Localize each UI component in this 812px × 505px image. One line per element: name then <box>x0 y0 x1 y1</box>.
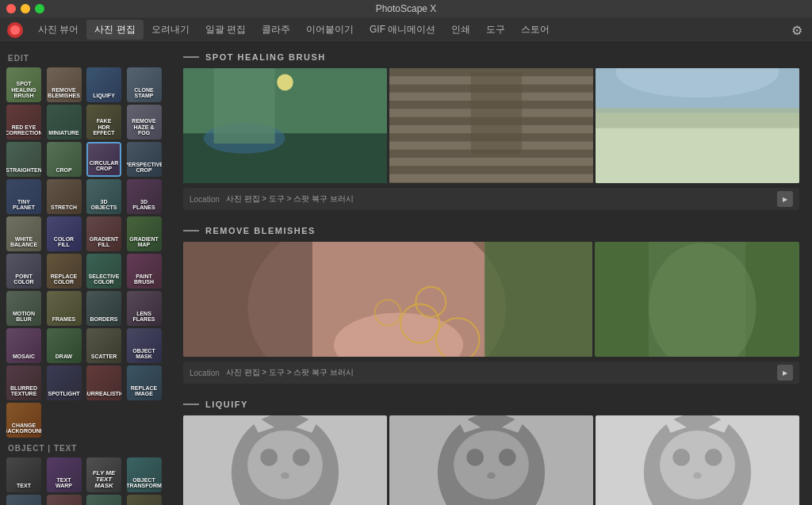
settings-icon[interactable]: ⚙ <box>791 23 806 37</box>
tool-surrealistic[interactable]: SURREALISTIC <box>86 365 121 400</box>
remove-play-button[interactable]: ▶ <box>777 365 793 381</box>
tool-frames[interactable]: FRAMES <box>47 291 82 326</box>
tool-spot[interactable]: SPOTHEALINGBRUSH <box>6 67 41 102</box>
svg-point-54 <box>705 449 722 466</box>
svg-point-55 <box>693 472 702 479</box>
tool-redeye[interactable]: RED EYECORRECTION <box>6 105 41 140</box>
tool-mosaic[interactable]: MOSAIC <box>6 328 41 363</box>
remove-preview-2 <box>595 242 799 357</box>
section-liquify-header: LIQUIFY <box>183 400 799 409</box>
section-remove-blemishes: REMOVE BLEMISHES <box>183 226 799 384</box>
tool-perspective[interactable]: PERSPECTIVECROP <box>127 142 162 177</box>
section-dash-2 <box>183 230 199 231</box>
tool-blurred-texture[interactable]: BLURREDTEXTURE <box>6 365 41 400</box>
tool-clone-stamp[interactable]: CLONESTAMP <box>127 67 162 102</box>
tool-gradient-map[interactable]: GRADIENTMAP <box>127 216 162 251</box>
tool-draw[interactable]: DRAW <box>47 328 82 363</box>
remove-preview-row <box>183 242 799 357</box>
spot-play-button[interactable]: ▶ <box>777 191 793 207</box>
section-spot-header: SPOT HEALING BRUSH <box>183 52 799 62</box>
tool-straighten[interactable]: STRAIGHTEN <box>6 142 41 177</box>
tool-text-warp[interactable]: TEXTWARP <box>47 457 82 492</box>
tool-3dplanes[interactable]: 3DPLANES <box>127 179 162 214</box>
svg-rect-26 <box>485 242 592 357</box>
tool-change-background[interactable]: CHANGEBACKGROUND <box>6 403 41 438</box>
window-title: PhotoScape X <box>376 3 437 14</box>
section-liquify: LIQUIFY <box>183 400 799 505</box>
liquify-preview-3 <box>596 415 799 505</box>
tool-color-fill[interactable]: COLORFILL <box>47 216 82 251</box>
tool-insert-figures[interactable]: INSERTFIGURES <box>86 495 121 505</box>
tool-scatter[interactable]: SCATTER <box>86 328 121 363</box>
menu-viewer[interactable]: 사진 뷰어 <box>30 20 86 40</box>
maximize-button[interactable] <box>35 4 44 13</box>
spot-preview-2 <box>389 68 593 183</box>
spot-location-label: Location <box>190 195 220 204</box>
menu-tools[interactable]: 도구 <box>478 20 513 40</box>
remove-location-bar: Location 사진 편집 > 도구 > 스팟 복구 브러시 ▶ <box>183 362 799 384</box>
svg-rect-16 <box>389 182 593 183</box>
close-button[interactable] <box>6 4 16 13</box>
tool-gradient-fill[interactable]: GRADIENTFILL <box>86 216 121 251</box>
tool-long-shadow[interactable]: LONGSHADOW <box>127 495 162 505</box>
tool-circular-crop[interactable]: CIRCULARCROP <box>86 142 121 177</box>
liquify-preview-2 <box>389 415 593 505</box>
tool-text[interactable]: TEXT <box>6 457 41 492</box>
tool-point-color[interactable]: POINTCOLOR <box>6 254 41 289</box>
minimize-button[interactable] <box>21 4 30 13</box>
tool-hdr[interactable]: FAKEHDR EFFECT <box>86 105 121 140</box>
tool-paint-brush[interactable]: PAINTBRUSH <box>127 254 162 289</box>
tool-replace-image[interactable]: REPLACEIMAGE <box>127 365 162 400</box>
menu-print[interactable]: 인쇄 <box>443 20 478 40</box>
tool-magnifier[interactable]: MAGNIFIER <box>6 495 41 505</box>
menu-batch[interactable]: 일괄 편집 <box>197 20 254 40</box>
liquify-preview-1 <box>183 415 387 505</box>
svg-point-37 <box>260 449 278 466</box>
tool-object-transform[interactable]: OBJECTTRANSFORM <box>127 457 162 492</box>
tool-3dobjects[interactable]: 3DOBJECTS <box>86 179 121 214</box>
tool-haze[interactable]: REMOVEHAZE & FOG <box>127 105 162 140</box>
tool-text-mask[interactable]: FLY METEXT MASK <box>86 457 121 492</box>
tool-object-mask[interactable]: OBJECTMASK <box>127 328 162 363</box>
svg-point-45 <box>466 449 484 466</box>
svg-rect-17 <box>471 72 522 154</box>
remove-location-path: 사진 편집 > 도구 > 스팟 복구 브러시 <box>226 367 777 378</box>
menu-store[interactable]: 스토어 <box>513 20 557 40</box>
tool-motion-blur[interactable]: MOTIONBLUR <box>6 291 41 326</box>
main-layout: EDIT SPOTHEALINGBRUSH REMOVEBLEMISHES LI… <box>0 43 812 505</box>
menu-combine[interactable]: 이어붙이기 <box>298 20 362 40</box>
menubar: 사진 뷰어 사진 편집 오려내기 일괄 편집 콜라주 이어붙이기 GIF 애니메… <box>0 17 812 43</box>
section-liquify-title: LIQUIFY <box>205 400 248 409</box>
edit-tool-grid: SPOTHEALINGBRUSH REMOVEBLEMISHES LIQUIFY… <box>6 67 164 438</box>
tool-insert-stickers[interactable]: INSERTSTICKERS <box>47 495 82 505</box>
menu-editor[interactable]: 사진 편집 <box>86 20 143 40</box>
tool-borders[interactable]: BORDERS <box>86 291 121 326</box>
remove-preview-1 <box>183 242 592 357</box>
menu-collage[interactable]: 콜라주 <box>254 20 298 40</box>
titlebar: PhotoScape X <box>0 0 812 17</box>
section-spot-title: SPOT HEALING BRUSH <box>205 52 326 62</box>
window-controls <box>6 4 44 13</box>
tool-stretch[interactable]: STRETCH <box>47 179 82 214</box>
section-dash-3 <box>183 404 199 405</box>
liquify-preview-row <box>183 415 799 505</box>
spot-preview-1 <box>183 68 387 183</box>
edit-section-label: EDIT <box>8 54 164 63</box>
tool-replace-color[interactable]: REPLACECOLOR <box>47 254 82 289</box>
spot-preview-3 <box>596 68 799 183</box>
tool-spotlight[interactable]: SPOTLIGHT <box>47 365 82 400</box>
svg-rect-25 <box>183 242 312 357</box>
section-remove-header: REMOVE BLEMISHES <box>183 226 799 235</box>
tool-liquify[interactable]: LIQUIFY <box>86 67 121 102</box>
menu-gif[interactable]: GIF 애니메이션 <box>362 20 443 40</box>
svg-point-44 <box>454 430 529 499</box>
tool-lens-flares[interactable]: LENSFLARES <box>127 291 162 326</box>
sidebar: EDIT SPOTHEALINGBRUSH REMOVEBLEMISHES LI… <box>0 43 170 505</box>
menu-cutout[interactable]: 오려내기 <box>144 20 197 40</box>
tool-white-balance[interactable]: WHITEBALANCE <box>6 216 41 251</box>
tool-selective-color[interactable]: SELECTIVECOLOR <box>86 254 121 289</box>
tool-miniature[interactable]: MINIATURE <box>47 105 82 140</box>
tool-tiny-planet[interactable]: TINYPLANET <box>6 179 41 214</box>
tool-remove-blemishes[interactable]: REMOVEBLEMISHES <box>47 67 82 102</box>
tool-crop[interactable]: CROP <box>47 142 82 177</box>
